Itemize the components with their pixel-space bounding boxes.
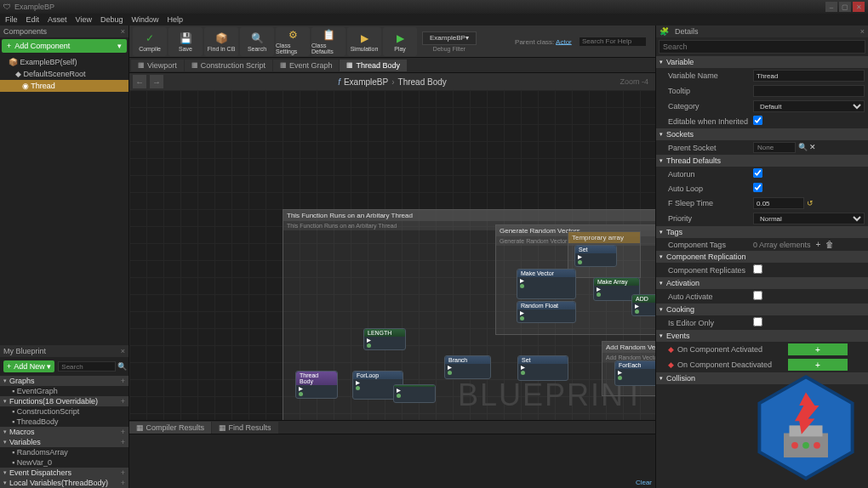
add-component-button[interactable]: Add Component ▾ — [2, 39, 127, 53]
section-header[interactable]: Graphs+ — [0, 376, 128, 386]
nav-fwd-button[interactable]: → — [150, 75, 163, 88]
section-item[interactable]: ▪ ThreadBody — [0, 417, 128, 427]
clear-link[interactable]: Clear — [636, 479, 652, 486]
array-clear-icon[interactable]: 🗑 — [825, 240, 834, 249]
play-button[interactable]: ▶Play — [383, 27, 417, 56]
findincb-button[interactable]: 📦Find in CB — [204, 27, 238, 56]
tree-item[interactable]: 📦 ExampleBP(self) — [0, 56, 128, 68]
section-header[interactable]: Event Dispatchers+ — [0, 468, 128, 478]
priority-select[interactable]: Normal — [753, 213, 865, 224]
search-icon[interactable]: 🔍 — [798, 143, 808, 151]
save-button[interactable]: 💾Save — [168, 27, 203, 56]
tree-item-selected[interactable]: ◉ Thread — [0, 80, 128, 92]
add-new-button[interactable]: Add New ▾ — [3, 360, 54, 372]
array-add-icon[interactable]: + — [816, 240, 821, 249]
graph-node[interactable]: ADD — [631, 294, 655, 316]
section-item[interactable]: ▪ EventGraph — [0, 386, 128, 396]
section-item[interactable]: ▪ NewVar_0 — [0, 457, 128, 468]
simulation-button[interactable]: ▶Simulation — [347, 27, 381, 56]
graph-node[interactable]: Set — [574, 245, 617, 267]
editoronly-checkbox[interactable] — [753, 317, 762, 326]
maximize-button[interactable]: ▢ — [839, 2, 851, 12]
bottom-tab[interactable]: ▦ Compiler Results — [129, 422, 211, 434]
graph-node[interactable]: Branch — [444, 355, 491, 379]
menu-window[interactable]: Window — [131, 15, 158, 24]
category-select[interactable]: Default — [753, 100, 865, 112]
graph-tab[interactable]: ▦Construction Script — [185, 60, 272, 71]
search-button[interactable]: 🔍Search — [240, 27, 274, 56]
section-activation[interactable]: Activation — [656, 277, 868, 289]
add-icon[interactable]: + — [121, 397, 125, 406]
section-header[interactable]: Functions(18 Overridable)+ — [0, 396, 128, 406]
graph-node[interactable]: Make Vector — [517, 269, 576, 299]
close-panel-icon[interactable]: × — [860, 27, 865, 36]
menu-file[interactable]: File — [5, 15, 18, 24]
add-event-button[interactable]: + — [788, 343, 848, 355]
close-button[interactable]: ✕ — [853, 2, 865, 12]
search-icon[interactable]: 🔍 — [117, 362, 127, 371]
graph-canvas[interactable]: BLUEPRINT This Function Runs on an Arbit… — [129, 90, 655, 420]
graph-node[interactable]: Random Float — [517, 301, 576, 323]
parent-class-link[interactable]: Actor — [556, 37, 572, 45]
clear-icon[interactable]: ✕ — [809, 143, 816, 151]
details-search[interactable] — [659, 40, 865, 54]
graph-node[interactable]: LENGTH — [363, 328, 406, 350]
graph-node[interactable]: ForEach — [614, 360, 655, 386]
section-cooking[interactable]: Cooking — [656, 304, 868, 315]
menu-help[interactable]: Help — [167, 15, 183, 24]
parent-socket-field[interactable]: None — [753, 142, 796, 153]
nav-back-button[interactable]: ← — [133, 75, 146, 88]
close-panel-icon[interactable]: × — [121, 347, 125, 355]
section-tags[interactable]: Tags — [656, 226, 868, 238]
autoloop-checkbox[interactable] — [753, 183, 762, 192]
breadcrumb-leaf[interactable]: Thread Body — [398, 77, 447, 87]
tooltip-input[interactable] — [753, 85, 865, 97]
menu-asset[interactable]: Asset — [48, 15, 67, 24]
minimize-button[interactable]: – — [825, 2, 837, 12]
graph-tab[interactable]: ▦Event Graph — [273, 60, 340, 71]
compile-button[interactable]: ✓Compile — [133, 27, 167, 56]
section-header[interactable]: Local Variables(ThreadBody)+ — [0, 478, 128, 488]
section-thread-defaults[interactable]: Thread Defaults — [656, 155, 868, 167]
add-icon[interactable]: + — [121, 377, 125, 385]
editable-inherited-checkbox[interactable] — [753, 116, 762, 125]
help-search[interactable] — [579, 37, 647, 47]
section-item[interactable]: ▪ RandomsArray — [0, 447, 128, 457]
add-icon[interactable]: + — [121, 479, 125, 487]
section-item[interactable]: ▪ ConstructionScript — [0, 406, 128, 417]
bottom-tab[interactable]: ▦ Find Results — [212, 422, 278, 434]
variable-name-input[interactable] — [753, 70, 865, 82]
add-event-button[interactable]: + — [788, 359, 848, 371]
section-comp-replication[interactable]: Component Replication — [656, 251, 868, 263]
sleep-time-input[interactable] — [753, 197, 804, 209]
section-header[interactable]: Variables+ — [0, 437, 128, 447]
tree-item[interactable]: ◆ DefaultSceneRoot — [0, 68, 128, 80]
replicates-checkbox[interactable] — [753, 264, 762, 274]
myblueprint-search[interactable] — [58, 361, 116, 372]
menu-edit[interactable]: Edit — [26, 15, 40, 24]
menu-bar: File Edit Asset View Debug Window Help — [0, 14, 868, 26]
reset-icon[interactable]: ↺ — [807, 199, 814, 207]
autoactivate-checkbox[interactable] — [753, 291, 762, 300]
classsettings-button[interactable]: ⚙Class Settings — [276, 27, 310, 56]
add-icon[interactable]: + — [121, 428, 125, 436]
autorun-checkbox[interactable] — [753, 168, 762, 178]
menu-view[interactable]: View — [76, 15, 92, 24]
breadcrumb-root[interactable]: ExampleBP — [344, 77, 388, 87]
classdefaults-button[interactable]: 📋Class Defaults — [311, 27, 345, 56]
graph-tab[interactable]: ▦Thread Body — [340, 60, 407, 71]
add-icon[interactable]: + — [121, 468, 125, 477]
add-icon[interactable]: + — [121, 438, 125, 446]
graph-node[interactable]: Set — [517, 355, 568, 381]
close-panel-icon[interactable]: × — [121, 27, 125, 36]
section-variable[interactable]: Variable — [656, 56, 868, 68]
menu-debug[interactable]: Debug — [100, 15, 123, 24]
graph-node[interactable] — [393, 384, 436, 403]
section-events[interactable]: Events — [656, 330, 868, 342]
graph-node[interactable]: Thread Body — [295, 371, 338, 399]
graph-tab[interactable]: ▦Viewport — [131, 60, 184, 71]
parent-class-label: Parent class: Actor — [515, 37, 652, 47]
section-header[interactable]: Macros+ — [0, 427, 128, 437]
debug-filter-dropdown[interactable]: ExampleBP ▾ — [422, 31, 477, 45]
section-sockets[interactable]: Sockets — [656, 128, 868, 140]
